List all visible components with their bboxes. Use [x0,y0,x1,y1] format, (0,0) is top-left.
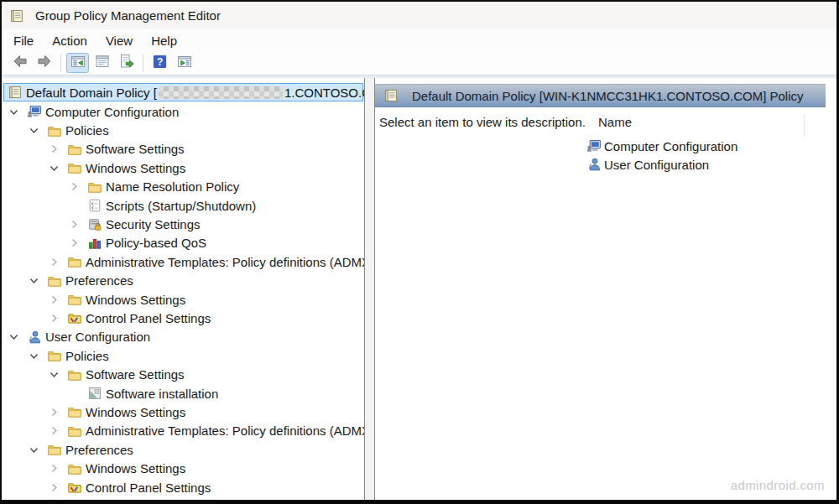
tree-item-control-panel-settings[interactable]: Control Panel Settings [2,478,364,496]
window-frame: Group Policy Management Editor File Acti… [0,0,839,504]
chevron-down-icon[interactable] [8,107,27,117]
tree-item-security-settings[interactable]: Security Settings [2,215,364,233]
export-list-button[interactable] [115,53,138,73]
tree-item-label: Windows Settings [86,405,185,419]
user-config-icon [586,157,604,172]
arrow-right-icon [36,53,53,73]
gpo-scroll-icon [9,8,28,23]
list-item-computer-configuration[interactable]: Computer Configuration [586,137,836,155]
chevron-right-icon[interactable] [49,294,67,305]
tree-item-windows-settings[interactable]: Windows Settings [2,158,364,177]
tree-item-label: Software Settings [86,142,185,156]
tree-item-label: Administrative Templates: Policy definit… [86,255,364,269]
chevron-right-icon[interactable] [49,407,67,418]
tree-item-preferences[interactable]: Preferences [2,272,364,290]
control-panel-icon [67,480,86,495]
software-install-icon [87,386,106,401]
tree-item-label: Security Settings [106,217,201,231]
action-pane-icon [176,53,193,73]
results-header-bar: Default Domain Policy [WIN-K1NMCC31HK1.C… [375,84,826,107]
tree-item-label: Computer Configuration [45,105,179,119]
tree-item-label: Control Panel Settings [86,481,211,495]
results-header-title: Default Domain Policy [WIN-K1NMCC31HK1.C… [412,89,804,103]
tree-item-windows-settings[interactable]: Windows Settings [2,290,364,309]
user-config-icon [27,330,45,345]
help-button[interactable]: ? [149,53,171,73]
tree-item-label: Software Settings [86,367,185,382]
folder-icon [67,461,86,476]
tree-item-control-panel-settings[interactable]: Control Panel Settings [2,309,364,327]
chevron-down-icon[interactable] [49,163,67,174]
toolbar: ? [2,51,836,75]
svg-text:?: ? [157,55,163,67]
tree-item-software-settings[interactable]: Software Settings [2,365,364,383]
computer-config-icon [586,138,604,153]
tree-item-default-domain-policy[interactable]: Default Domain Policy [1.CONTOSO.COM] [3,83,363,101]
tree-item-windows-settings[interactable]: Windows Settings [2,403,364,421]
menu-file[interactable]: File [4,32,43,49]
chevron-down-icon[interactable] [29,275,47,286]
folder-icon [47,442,65,457]
folder-icon [47,348,65,363]
arrow-left-icon [12,53,29,73]
tree-item-policies[interactable]: Policies [2,121,364,139]
tree-rows: Computer ConfigurationPoliciesSoftware S… [2,102,364,496]
chevron-down-icon[interactable] [29,444,47,455]
properties-button[interactable] [91,53,113,73]
chevron-right-icon[interactable] [49,463,67,474]
forward-button[interactable] [33,53,55,73]
menu-view[interactable]: View [96,32,142,49]
folder-icon [47,273,65,288]
chevron-down-icon[interactable] [49,369,67,380]
column-header-name[interactable]: Name [586,115,805,137]
menu-help[interactable]: Help [142,32,186,49]
tree-item-scripts-startup-shutdown[interactable]: Scripts (Startup/Shutdown) [2,196,364,215]
chevron-right-icon[interactable] [49,313,67,324]
security-icon [87,217,106,232]
chevron-right-icon[interactable] [69,181,87,192]
results-pane: Default Domain Policy [WIN-K1NMCC31HK1.C… [375,78,836,500]
title-bar: Group Policy Management Editor [2,2,836,29]
folder-icon [87,179,106,195]
list-item-user-configuration[interactable]: User Configuration [586,155,836,174]
list-rows: Computer ConfigurationUser Configuration [586,137,836,174]
tree-item-name-resolution-policy[interactable]: Name Resolution Policy [2,178,364,196]
tree-item-label: Windows Settings [86,293,185,307]
folder-icon [67,423,86,439]
tree-item-software-installation[interactable]: Software installation [2,384,364,403]
chevron-down-icon[interactable] [8,331,27,342]
folder-icon [67,367,86,382]
watermark: admindroid.com [731,478,825,492]
show-action-pane-button[interactable] [173,53,195,73]
export-list-icon [118,53,135,73]
tree-item-policies[interactable]: Policies [2,346,364,365]
tree-item-policy-based-qos[interactable]: Policy-based QoS [2,234,364,252]
tree-item-windows-settings[interactable]: Windows Settings [2,459,364,477]
tree-item-software-settings[interactable]: Software Settings [2,140,364,158]
show-console-tree-button[interactable] [66,53,89,73]
chevron-down-icon[interactable] [29,125,47,136]
chevron-down-icon[interactable] [29,351,47,361]
tree-item-preferences[interactable]: Preferences [2,440,364,459]
chevron-right-icon[interactable] [69,237,87,248]
tree-item-label: Name Resolution Policy [106,179,239,194]
chevron-right-icon[interactable] [49,482,67,493]
console-tree-pane: Default Domain Policy [1.CONTOSO.COM] Co… [2,78,364,500]
results-body: Select an item to view its description. … [375,115,836,174]
tree-item-user-configuration[interactable]: User Configuration [2,328,364,346]
pane-splitter[interactable] [364,78,375,500]
chevron-right-icon[interactable] [49,257,67,268]
chevron-right-icon[interactable] [49,425,67,436]
properties-icon [94,53,111,73]
tree-item-label: Preferences [65,443,133,457]
chevron-right-icon[interactable] [49,143,67,154]
tree-item-computer-configuration[interactable]: Computer Configuration [2,102,364,121]
chevron-right-icon[interactable] [69,219,87,230]
tree-item-administrative-templates-policy-definitions-admx[interactable]: Administrative Templates: Policy definit… [2,422,364,440]
computer-config-icon [27,104,45,119]
tree-item-label: Policy-based QoS [106,236,206,250]
tree-item-administrative-templates-policy-definitions-admx[interactable]: Administrative Templates: Policy definit… [2,252,364,271]
back-button[interactable] [8,53,31,73]
menu-action[interactable]: Action [43,32,96,49]
scripts-icon [87,198,106,213]
